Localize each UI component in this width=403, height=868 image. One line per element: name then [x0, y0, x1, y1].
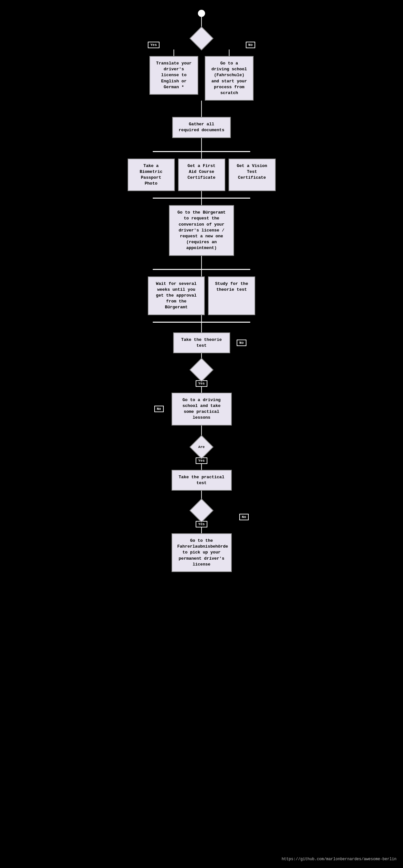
github-link[interactable]: https://github.com/marlonbernardes/aweso… — [282, 857, 397, 862]
parallel-row-1: Take a Biometric Passport Photo Get a Fi… — [83, 159, 320, 191]
driving-lessons-box: Go to a driving school and take some pra… — [172, 393, 232, 426]
translate-box: Translate your driver's license to Engli… — [149, 56, 198, 95]
decision-are-diamond: Are — [193, 439, 210, 456]
school-scratch-box: Go to a driving school (Fahrschule) and … — [205, 56, 254, 101]
no-theorie-label: No — [237, 340, 246, 346]
vision-test-box: Get a Vision Test Certificate — [228, 159, 276, 191]
connector — [201, 256, 202, 269]
connector — [201, 270, 202, 276]
first-aid-box: Get a First Aid Course Certificate — [178, 159, 225, 191]
no-label-top: No — [246, 42, 255, 48]
decision-diamond-1 — [193, 30, 210, 47]
connector — [201, 386, 202, 393]
decision-theorie-diamond — [193, 362, 210, 378]
gather-docs-box: Gather all required documents — [172, 117, 231, 138]
connector — [201, 191, 202, 198]
take-practical-box: Take the practical test — [172, 470, 232, 491]
decision-practical-diamond — [193, 502, 210, 519]
connector — [201, 152, 202, 159]
connector — [201, 101, 202, 117]
connector — [201, 198, 202, 205]
flowchart: Yes No Translate your driver's license t… — [83, 0, 320, 618]
connector — [174, 50, 174, 56]
no-practical-label: No — [239, 514, 249, 520]
parallel-row-2: Wait for several weeks until you get the… — [83, 276, 320, 315]
burgeramt-box: Go to the Bürgeramt to request the conve… — [169, 205, 234, 255]
wait-approval-box: Wait for several weeks until you get the… — [148, 276, 205, 315]
connector — [201, 138, 202, 151]
connector — [201, 315, 202, 322]
connector — [201, 323, 202, 333]
study-theorie-box: Study for the theorie test — [208, 276, 255, 315]
yes-label-top: Yes — [148, 42, 159, 48]
connector — [201, 527, 202, 533]
biometric-photo-box: Take a Biometric Passport Photo — [128, 159, 175, 191]
connector — [229, 50, 229, 56]
start-node — [198, 10, 205, 17]
connector — [201, 463, 202, 470]
take-theorie-box: Take the theorie test No — [173, 333, 230, 353]
fahrerlaubnis-box: Go to the Fahrerlaubnisbehörde to pick u… — [172, 533, 232, 572]
no-lessons-label: No — [154, 406, 164, 412]
